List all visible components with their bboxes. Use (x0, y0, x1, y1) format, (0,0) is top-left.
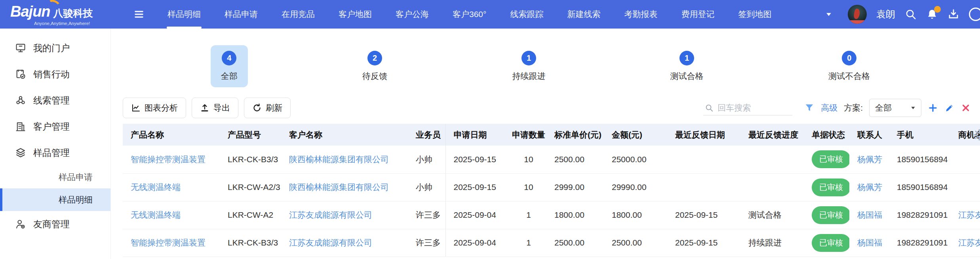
column-header[interactable]: 产品型号 (220, 124, 281, 146)
customer-name-link[interactable]: 陕西榆林能源集团有限公司 (289, 155, 389, 164)
column-header[interactable]: 产品名称 (123, 124, 220, 146)
column-header[interactable]: 最近反馈日期 (667, 124, 740, 146)
sidebar-item[interactable]: 样品管理 (0, 140, 110, 166)
contact-link[interactable]: 杨国福 (857, 210, 882, 219)
column-header[interactable]: 业务员 (408, 124, 445, 146)
status-badge: 已审核 (812, 234, 849, 252)
table-row[interactable]: 智能操控带测温装置 LKR-CK-B3/3 江苏友成能源有限公司 许三多 202… (123, 229, 980, 257)
unit-price-cell: 1800.00 (546, 201, 604, 229)
product-name-link[interactable]: 智能操控带测温装置 (131, 155, 206, 164)
status-filter[interactable]: 4 全部 (211, 45, 248, 87)
sidebar-item[interactable]: 样品明细 (0, 188, 110, 211)
feedback-progress-cell (740, 146, 804, 173)
column-header[interactable]: 金额(元) (604, 124, 667, 146)
feedback-progress-cell: 测试合格 (740, 201, 804, 229)
status-filter[interactable]: 1 测试合格 (660, 45, 714, 87)
add-scheme-button[interactable] (928, 103, 938, 113)
product-model-cell: LKR-CW-A2 (220, 201, 281, 229)
contact-link[interactable]: 杨国福 (857, 238, 882, 247)
sidebar: 我的门户 销售行动 线索管理 客户管理 样品管理 (0, 29, 111, 259)
product-name-link[interactable]: 无线测温终端 (131, 182, 181, 192)
column-header[interactable]: 申请日期 (445, 124, 511, 146)
nav-tab[interactable]: 在用竞品 (270, 0, 327, 29)
contact-link[interactable]: 杨佩芳 (857, 155, 882, 164)
scheme-select[interactable]: 全部 (869, 99, 921, 117)
column-header[interactable]: 最近反馈进度 (740, 124, 804, 146)
chart-analysis-button[interactable]: 图表分析 (123, 98, 186, 118)
chart-icon (131, 103, 141, 113)
nav-tab[interactable]: 客户地图 (327, 0, 384, 29)
table-row[interactable]: 智能操控带测温装置 LKR-CK-B3/3 陕西榆林能源集团有限公司 小帅 20… (123, 146, 980, 173)
nav-tab[interactable]: 样品申请 (213, 0, 270, 29)
edit-scheme-button[interactable] (944, 103, 955, 113)
refresh-button[interactable]: 刷新 (244, 98, 291, 118)
nav-tab[interactable]: 考勤报表 (612, 0, 669, 29)
sidebar-item[interactable]: 客户管理 (0, 113, 110, 140)
help-circle-icon[interactable] (969, 8, 980, 21)
sidebar-item[interactable]: 线索管理 (0, 87, 110, 113)
column-header[interactable]: 单据状态 (804, 124, 849, 146)
column-header[interactable]: 手机 (889, 124, 950, 146)
nav-tab[interactable]: 客户公海 (384, 0, 441, 29)
status-filter[interactable]: 0 测试不合格 (818, 45, 880, 87)
contact-link[interactable]: 杨佩芳 (857, 182, 882, 192)
sidebar-item[interactable]: 样品申请 (0, 166, 110, 188)
customer-name-link[interactable]: 江苏友成能源有限公司 (289, 210, 372, 219)
refresh-icon (252, 103, 262, 113)
status-filter[interactable]: 1 持续跟进 (502, 45, 556, 87)
status-count-badge: 2 (367, 51, 382, 65)
search-icon[interactable] (905, 8, 917, 20)
nav-tab[interactable]: 新建线索 (555, 0, 612, 29)
phone-cell: 18590156894 (889, 173, 950, 201)
product-model-cell: LKR-CW-A2/3 (220, 173, 281, 201)
delete-scheme-button[interactable] (961, 103, 970, 113)
apply-date-cell: 2025-09-15 (445, 146, 511, 173)
nav-tab[interactable]: 线索跟踪 (498, 0, 555, 29)
product-name-link[interactable]: 智能操控带测温装置 (131, 238, 206, 247)
advanced-filter-link[interactable]: 高级 (821, 102, 837, 113)
logo-tagline: Anyone,Anytime,Anywhere! (34, 21, 119, 26)
sidebar-item[interactable]: 销售行动 (0, 61, 110, 87)
notification-bell-icon[interactable] (926, 8, 938, 20)
user-avatar[interactable] (848, 5, 867, 24)
product-name-link[interactable]: 无线测温终端 (131, 210, 181, 219)
nav-more-caret-icon[interactable] (825, 10, 833, 18)
status-filter-label: 待反馈 (362, 71, 387, 82)
export-button[interactable]: 导出 (192, 98, 238, 118)
column-header[interactable]: 客户名称 (281, 124, 408, 146)
customer-name-link[interactable]: 江苏友成能源有限公司 (289, 238, 372, 247)
download-icon[interactable] (948, 8, 959, 20)
sidebar-item-label: 我的门户 (33, 42, 70, 54)
nav-tabs: 样品明细 样品申请 在用竞品 客户地图 客户公海 客户360° 线索跟踪 新建线… (156, 0, 783, 29)
column-header[interactable]: 标准单价(元) (546, 124, 604, 146)
apply-date-cell: 2025-09-04 (445, 229, 511, 257)
status-count-badge: 4 (222, 51, 236, 65)
navbar-right-group: 袁朗 (825, 5, 971, 24)
column-header[interactable]: 联系人 (849, 124, 889, 146)
status-filter-label: 持续跟进 (512, 71, 545, 82)
caret-down-icon (910, 105, 916, 111)
sidebar-item-icon (15, 95, 26, 106)
nav-tab[interactable]: 费用登记 (669, 0, 726, 29)
table-row[interactable]: 无线测温终端 LKR-CW-A2 江苏友成能源有限公司 许三多 2025-09-… (123, 201, 980, 229)
customer-name-link[interactable]: 陕西榆林能源集团有限公司 (289, 182, 389, 192)
search-input[interactable] (717, 103, 791, 113)
nav-tab[interactable]: 签到地图 (726, 0, 783, 29)
table-row[interactable]: 无线测温终端 LKR-CW-A2/3 陕西榆林能源集团有限公司 小帅 2025-… (123, 173, 980, 201)
amount-cell: 1800.00 (604, 201, 667, 229)
sidebar-item-label: 样品申请 (59, 171, 93, 183)
sidebar-item[interactable]: 我的门户 (0, 35, 110, 61)
opportunity-link[interactable]: 江苏友成 (958, 210, 980, 219)
hamburger-menu-icon[interactable] (133, 9, 145, 20)
nav-tab[interactable]: 样品明细 (156, 0, 213, 29)
amount-cell: 2500.00 (604, 229, 667, 257)
status-filter[interactable]: 2 待反馈 (352, 45, 398, 87)
user-name[interactable]: 袁朗 (876, 8, 895, 21)
opportunity-link[interactable]: 江苏友成 (958, 238, 980, 247)
nav-tab[interactable]: 客户360° (441, 0, 498, 29)
filter-funnel-icon[interactable] (804, 103, 814, 113)
column-header[interactable]: 申请数量 (511, 124, 546, 146)
sidebar-item[interactable]: 友商管理 (0, 211, 110, 237)
feedback-date-cell (667, 146, 740, 173)
column-settings-gear-icon[interactable] (973, 129, 980, 141)
